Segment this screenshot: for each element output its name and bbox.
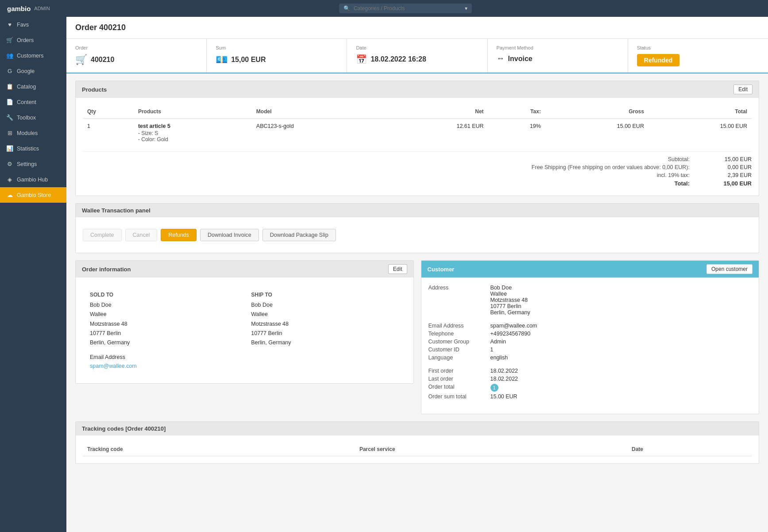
order-total-key: Order total <box>428 384 490 392</box>
subtotal-row: Subtotal: 15,00 EUR <box>83 156 752 162</box>
sum-card-label: Sum <box>216 45 338 50</box>
col-parcel-service: Parcel service <box>355 443 627 456</box>
sidebar-item-label: Favs <box>17 22 29 28</box>
statistics-icon: 📊 <box>6 145 13 152</box>
sold-to-section: SOLD TO Bob Doe Wallee Motzstrasse 48 10… <box>90 292 238 347</box>
product-name: test article 5 <box>138 123 170 129</box>
customer-address-value: Bob Doe Wallee Motzstrasse 48 10777 Berl… <box>490 285 530 316</box>
tax-row: incl. 19% tax: 2,39 EUR <box>83 172 752 178</box>
customer-body: Address Bob Doe Wallee Motzstrasse 48 10… <box>421 278 759 414</box>
summary-cards: Order 🛒 400210 Sum 💶 15,00 EUR Date 📅 18… <box>66 39 768 73</box>
date-card: Date 📅 18.02.2022 16:28 <box>347 39 487 73</box>
customer-phone-key: Telephone <box>428 331 490 337</box>
sidebar-item-toolbox[interactable]: 🔧 Toolbox <box>0 110 66 125</box>
row-total: 15.00 EUR <box>648 119 752 147</box>
sidebar-item-customers[interactable]: 👥 Customers <box>0 48 66 63</box>
products-table: Qty Products Model Net Tax: Gross Total … <box>83 105 752 147</box>
col-date: Date <box>627 443 752 456</box>
order-info-body: SOLD TO Bob Doe Wallee Motzstrasse 48 10… <box>76 278 413 383</box>
page-title: Order 400210 <box>75 23 759 32</box>
status-badge: Refunded <box>637 54 680 66</box>
sold-to-street: Motzstrasse 48 <box>90 320 238 329</box>
status-card-value: Refunded <box>637 54 759 66</box>
ship-to-section: SHIP TO Bob Doe Wallee Motzstrasse 48 10… <box>251 292 399 347</box>
search-bar[interactable]: 🔍 ▾ <box>339 4 472 13</box>
customer-address-key: Address <box>428 285 490 316</box>
customer-phone-row: Telephone +499234567890 <box>428 331 752 337</box>
shipping-label: Free Shipping (Free shipping on order va… <box>521 164 699 170</box>
last-order-key: Last order <box>428 376 490 382</box>
complete-button[interactable]: Complete <box>83 229 122 241</box>
products-panel-title: Products <box>82 86 107 93</box>
download-invoice-button[interactable]: Download Invoice <box>200 229 259 241</box>
cart-icon: 🛒 <box>6 37 13 43</box>
content-icon: 📄 <box>6 99 13 105</box>
order-count-badge: 1 <box>490 384 498 392</box>
customer-group-value: Admin <box>490 339 506 345</box>
sidebar-item-gambio-hub[interactable]: ◈ Gambio Hub <box>0 172 66 187</box>
refunds-button[interactable]: Refunds <box>161 229 197 241</box>
products-edit-button[interactable]: Edit <box>733 85 753 94</box>
order-customer-section: Order information Edit SOLD TO Bob Doe W… <box>75 260 759 414</box>
row-model: ABC123-s-gold <box>252 119 385 147</box>
payment-card-value: ↔ Invoice <box>497 54 619 63</box>
customer-group-row: Customer Group Admin <box>428 339 752 345</box>
customer-id-row: Customer ID 1 <box>428 347 752 353</box>
ship-to-col: SHIP TO Bob Doe Wallee Motzstrasse 48 10… <box>251 292 399 369</box>
page-header: Order 400210 <box>66 17 768 39</box>
row-net: 12.61 EUR <box>385 119 488 147</box>
sidebar-item-label: Customers <box>17 53 43 59</box>
col-gross: Gross <box>545 105 648 119</box>
open-customer-button[interactable]: Open customer <box>706 264 753 274</box>
topbar: gambio ADMIN 🔍 ▾ <box>0 0 768 17</box>
customer-group-key: Customer Group <box>428 339 490 345</box>
sidebar-item-catalog[interactable]: 📋 Catalog <box>0 79 66 94</box>
wallee-panel: Wallee Transaction panel Complete Cancel… <box>75 203 759 253</box>
sidebar-item-label: Gambio Store <box>17 192 51 198</box>
products-panel-header: Products Edit <box>76 81 759 98</box>
customer-id-key: Customer ID <box>428 347 490 353</box>
row-qty: 1 <box>83 119 134 147</box>
sidebar-item-settings[interactable]: ⚙ Settings <box>0 156 66 172</box>
sidebar-item-content[interactable]: 📄 Content <box>0 94 66 110</box>
col-model: Model <box>252 105 385 119</box>
totals-section: Subtotal: 15,00 EUR Free Shipping (Free … <box>83 151 752 187</box>
ship-to-name: Bob Doe <box>251 301 399 310</box>
col-products: Products <box>134 105 252 119</box>
status-card-label: Status <box>637 45 759 50</box>
search-input[interactable] <box>354 5 461 12</box>
customer-stats-section: First order 18.02.2022 Last order 18.02.… <box>428 368 752 400</box>
tracking-panel: Tracking codes [Order 400210] Tracking c… <box>75 421 759 464</box>
tracking-panel-title: Tracking codes [Order 400210] <box>82 425 166 432</box>
total-label: Total: <box>521 180 699 187</box>
sidebar-item-favs[interactable]: ♥ Favs <box>0 17 66 32</box>
ship-to-street: Motzstrasse 48 <box>251 320 399 329</box>
sum-card-value: 💶 15,00 EUR <box>216 54 338 66</box>
sidebar-item-label: Google <box>17 68 35 74</box>
sidebar-item-modules[interactable]: ⊞ Modules <box>0 125 66 141</box>
order-card-value: 🛒 400210 <box>75 54 197 66</box>
sidebar-item-orders[interactable]: 🛒 Orders <box>0 32 66 48</box>
email-link[interactable]: spam@wallee.com <box>90 363 137 369</box>
customer-email-row: Email Address spam@wallee.com <box>428 323 752 329</box>
first-order-key: First order <box>428 368 490 374</box>
hub-icon: ◈ <box>6 176 13 183</box>
sold-to-company: Wallee <box>90 310 238 319</box>
sidebar-item-gambio-store[interactable]: ☁ Gambio Store <box>0 187 66 203</box>
order-info-edit-button[interactable]: Edit <box>388 264 407 274</box>
col-net: Net <box>385 105 488 119</box>
sidebar-item-statistics[interactable]: 📊 Statistics <box>0 141 66 156</box>
layout: ♥ Favs 🛒 Orders 👥 Customers G Google 📋 C… <box>0 17 768 532</box>
payment-card: Payment Method ↔ Invoice <box>488 39 628 73</box>
first-order-value: 18.02.2022 <box>490 368 518 374</box>
customer-fields-section: Email Address spam@wallee.com Telephone … <box>428 323 752 361</box>
cancel-button[interactable]: Cancel <box>125 229 158 241</box>
order-total-row: Order total 1 <box>428 384 752 392</box>
order-card: Order 🛒 400210 <box>66 39 207 73</box>
tracking-panel-header: Tracking codes [Order 400210] <box>76 422 759 436</box>
payment-method: Invoice <box>508 55 533 63</box>
download-package-slip-button[interactable]: Download Package Slip <box>262 229 336 241</box>
sum-amount: 15,00 EUR <box>231 56 266 64</box>
customer-name: Bob Doe <box>490 285 530 291</box>
sidebar-item-google[interactable]: G Google <box>0 63 66 79</box>
